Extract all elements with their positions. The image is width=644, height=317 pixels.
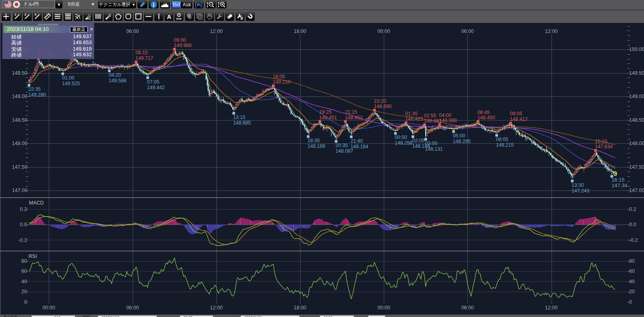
svg-text:20:35: 20:35 — [335, 143, 348, 148]
svg-text:07:05: 07:05 — [147, 79, 160, 85]
svg-text:09:00: 09:00 — [174, 37, 186, 43]
svg-text:148.452: 148.452 — [345, 115, 362, 121]
svg-text:149.00: 149.00 — [629, 94, 644, 99]
svg-text:MACD: MACD — [29, 200, 44, 206]
svg-text:80: 80 — [629, 258, 635, 264]
svg-text:147.50: 147.50 — [12, 164, 27, 170]
svg-text:148.00: 148.00 — [629, 141, 644, 146]
svg-text:15:10: 15:10 — [595, 139, 607, 144]
svg-text:12:00: 12:00 — [210, 305, 222, 311]
svg-text:12:00: 12:00 — [545, 29, 558, 34]
svg-text:21:40: 21:40 — [351, 138, 363, 144]
svg-text:148.690: 148.690 — [374, 104, 392, 109]
svg-text:147.00: 147.00 — [629, 188, 644, 193]
svg-text:01:35: 01:35 — [405, 111, 418, 117]
svg-text:148.417: 148.417 — [510, 117, 528, 122]
svg-text:22:35: 22:35 — [29, 86, 41, 92]
svg-text:149.442: 149.442 — [147, 85, 165, 90]
svg-text:0: 0 — [629, 299, 632, 305]
svg-text:147.343: 147.343 — [612, 182, 630, 188]
svg-text:148.389: 148.389 — [439, 118, 457, 123]
svg-text:02:55: 02:55 — [424, 113, 436, 119]
svg-text:18:35: 18:35 — [308, 138, 320, 143]
svg-text:21:15: 21:15 — [345, 109, 357, 115]
svg-text:06:15: 06:15 — [136, 50, 148, 55]
svg-text:1: 1 — [14, 13, 16, 16]
svg-text:0.2: 0.2 — [20, 207, 27, 212]
svg-text:148.685: 148.685 — [233, 120, 251, 126]
svg-text:00:00: 00:00 — [43, 305, 55, 311]
svg-text:-0.2: -0.2 — [18, 237, 27, 243]
svg-text:03:00: 03:00 — [425, 141, 438, 146]
svg-text:05:00: 05:00 — [453, 133, 465, 139]
svg-text:19:25: 19:25 — [319, 109, 332, 115]
svg-text:12:00: 12:00 — [545, 305, 558, 311]
svg-text:148.184: 148.184 — [351, 144, 368, 149]
svg-text:40: 40 — [21, 279, 27, 284]
svg-text:148.295: 148.295 — [453, 139, 471, 144]
svg-text:148.425: 148.425 — [405, 116, 423, 122]
svg-text:147.834: 147.834 — [595, 144, 613, 149]
svg-text:0.2: 0.2 — [629, 207, 636, 212]
svg-text:149.210: 149.210 — [273, 79, 290, 85]
svg-text:60: 60 — [21, 268, 27, 274]
svg-text:01:00: 01:00 — [62, 75, 75, 81]
svg-text:09:05: 09:05 — [510, 111, 523, 117]
svg-text:150.00: 150.00 — [629, 47, 644, 52]
svg-text:148.451: 148.451 — [319, 115, 337, 121]
svg-text:149.525: 149.525 — [62, 81, 80, 86]
svg-text:0.0: 0.0 — [20, 222, 27, 227]
svg-text:13:15: 13:15 — [233, 115, 246, 120]
svg-text:0.0: 0.0 — [629, 222, 636, 227]
svg-text:12:00: 12:00 — [210, 29, 222, 34]
svg-text:148.450: 148.450 — [477, 115, 495, 121]
svg-text:02:05: 02:05 — [412, 138, 425, 143]
svg-text:3: 3 — [35, 13, 36, 16]
svg-text:06:45: 06:45 — [477, 110, 490, 115]
svg-text:23:20: 23:20 — [374, 98, 387, 104]
svg-text:16:15: 16:15 — [612, 177, 625, 183]
svg-text:149.989: 149.989 — [174, 43, 191, 48]
svg-text:2: 2 — [25, 13, 26, 16]
svg-text:149.717: 149.717 — [136, 55, 153, 61]
svg-text:80: 80 — [21, 258, 27, 264]
svg-text:148.131: 148.131 — [425, 146, 443, 152]
svg-text:148.256: 148.256 — [395, 140, 413, 146]
svg-text:00:50: 00:50 — [395, 135, 407, 140]
svg-text:13:30: 13:30 — [572, 182, 584, 188]
svg-text:148.215: 148.215 — [496, 142, 514, 148]
svg-text:-0.2: -0.2 — [629, 237, 638, 243]
svg-text:18:00: 18:00 — [294, 29, 306, 34]
svg-text:06:00: 06:00 — [461, 29, 474, 34]
svg-text:16:05: 16:05 — [273, 74, 285, 80]
svg-text:149.50: 149.50 — [12, 70, 27, 76]
svg-text:04:00: 04:00 — [439, 112, 451, 118]
svg-text:04:20: 04:20 — [109, 72, 121, 78]
svg-text:06:00: 06:00 — [126, 305, 139, 311]
svg-text:06:00: 06:00 — [126, 29, 139, 34]
svg-text:08:05: 08:05 — [496, 137, 508, 142]
svg-text:149.50: 149.50 — [629, 70, 644, 76]
svg-text:06:00: 06:00 — [461, 305, 474, 311]
svg-text:18:00: 18:00 — [294, 305, 306, 311]
svg-text:20: 20 — [629, 289, 635, 295]
svg-text:147.243: 147.243 — [572, 188, 589, 194]
svg-text:148.50: 148.50 — [12, 117, 27, 123]
svg-text:60: 60 — [629, 268, 635, 274]
svg-text:RSI: RSI — [29, 254, 37, 259]
svg-text:icon: icon — [176, 17, 181, 20]
svg-text:147.50: 147.50 — [629, 164, 644, 170]
svg-text:148.50: 148.50 — [629, 117, 644, 123]
svg-text:00:00: 00:00 — [377, 305, 390, 311]
svg-text:A: A — [167, 13, 171, 20]
svg-text:147.00: 147.00 — [12, 188, 27, 193]
svg-text:20: 20 — [21, 289, 27, 295]
svg-text:149.00: 149.00 — [12, 94, 27, 99]
svg-text:40: 40 — [629, 279, 635, 284]
svg-text:149.280: 149.280 — [29, 92, 46, 98]
svg-text:0: 0 — [24, 299, 27, 305]
svg-text:148.189: 148.189 — [308, 143, 325, 149]
svg-text:148.00: 148.00 — [12, 141, 27, 146]
svg-text:00:00: 00:00 — [377, 29, 390, 34]
svg-text:149.586: 149.586 — [109, 78, 126, 84]
